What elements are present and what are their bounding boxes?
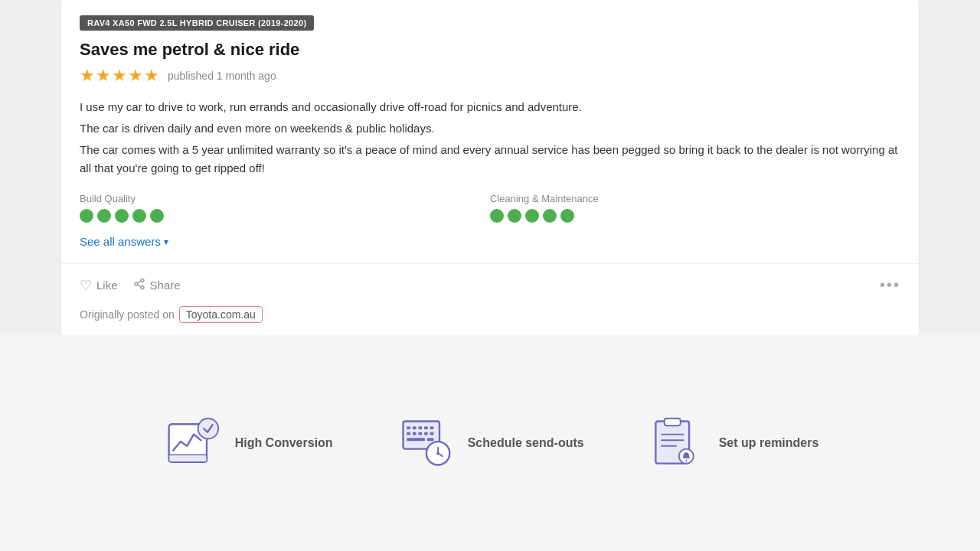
svg-rect-19 bbox=[407, 438, 425, 441]
review-body: I use my car to drive to work, run erran… bbox=[80, 98, 900, 178]
cleaning-dot-2 bbox=[508, 209, 521, 223]
star-rating: ★★★★★ bbox=[80, 66, 160, 86]
svg-rect-7 bbox=[168, 455, 206, 462]
action-row: ♡ Like Share ••• bbox=[80, 273, 900, 297]
like-label: Like bbox=[96, 279, 118, 292]
svg-rect-9 bbox=[407, 426, 410, 429]
set-up-reminders-icon bbox=[645, 412, 707, 474]
action-left: ♡ Like Share bbox=[80, 277, 181, 294]
svg-rect-14 bbox=[407, 432, 410, 435]
heart-icon: ♡ bbox=[80, 277, 92, 294]
review-body-line3: The car comes with a 5 year unlimited wa… bbox=[80, 141, 900, 178]
svg-point-24 bbox=[436, 452, 439, 455]
svg-line-4 bbox=[137, 281, 141, 283]
cleaning-dot-5 bbox=[560, 209, 574, 223]
more-options-icon[interactable]: ••• bbox=[880, 276, 900, 294]
see-all-answers-text: See all answers bbox=[80, 235, 161, 248]
cleaning-dot-3 bbox=[525, 209, 539, 223]
svg-rect-10 bbox=[412, 426, 416, 429]
dot-2 bbox=[97, 209, 111, 223]
svg-rect-13 bbox=[430, 426, 433, 429]
svg-rect-18 bbox=[430, 432, 433, 435]
build-quality-dots bbox=[80, 209, 490, 223]
originally-posted: Originally posted on Toyota.com.au bbox=[80, 306, 900, 323]
svg-rect-26 bbox=[664, 419, 680, 426]
ratings-row: Build Quality Cleaning & Maintenance bbox=[80, 193, 900, 223]
review-body-line2: The car is driven daily and even more on… bbox=[80, 119, 900, 138]
dot-1 bbox=[80, 209, 93, 223]
svg-rect-20 bbox=[426, 438, 433, 441]
chevron-down-icon: ▾ bbox=[164, 236, 168, 247]
originally-posted-text: Originally posted on bbox=[80, 308, 175, 321]
feature-set-up-reminders: Set up reminders bbox=[645, 366, 819, 520]
like-button[interactable]: ♡ Like bbox=[80, 277, 118, 294]
review-card: RAV4 XA50 FWD 2.5L HYBRID CRUISER (2019-… bbox=[61, 0, 919, 335]
svg-rect-11 bbox=[418, 426, 422, 429]
review-body-line1: I use my car to drive to work, run erran… bbox=[80, 98, 900, 116]
svg-rect-16 bbox=[418, 432, 422, 435]
high-conversion-label: High Conversion bbox=[235, 436, 333, 450]
published-date: published 1 month ago bbox=[168, 70, 276, 82]
see-all-answers-link[interactable]: See all answers ▾ bbox=[80, 235, 168, 248]
review-title: Saves me petrol & nice ride bbox=[80, 40, 900, 60]
cleaning-dot-4 bbox=[543, 209, 557, 223]
review-meta: ★★★★★ published 1 month ago bbox=[80, 66, 900, 86]
svg-rect-12 bbox=[424, 426, 428, 429]
svg-line-3 bbox=[137, 285, 141, 287]
source-link[interactable]: Toyota.com.au bbox=[179, 306, 263, 323]
cleaning-dots bbox=[490, 209, 900, 223]
svg-rect-17 bbox=[424, 432, 428, 435]
share-icon bbox=[133, 278, 145, 293]
build-quality-rating: Build Quality bbox=[80, 193, 490, 223]
share-button[interactable]: Share bbox=[133, 278, 181, 293]
schedule-sendouts-label: Schedule send-outs bbox=[468, 436, 584, 450]
cleaning-label: Cleaning & Maintenance bbox=[490, 193, 900, 204]
feature-high-conversion: High Conversion bbox=[162, 366, 333, 520]
cleaning-dot-1 bbox=[490, 209, 504, 223]
cleaning-rating: Cleaning & Maintenance bbox=[490, 193, 900, 223]
vehicle-badge: RAV4 XA50 FWD 2.5L HYBRID CRUISER (2019-… bbox=[80, 15, 314, 31]
svg-point-6 bbox=[198, 419, 218, 439]
dot-5 bbox=[150, 209, 164, 223]
share-label: Share bbox=[150, 279, 181, 292]
feature-schedule-sendouts: Schedule send-outs bbox=[394, 366, 584, 520]
features-footer: High Conversion bbox=[0, 335, 980, 551]
svg-rect-15 bbox=[412, 432, 416, 435]
high-conversion-icon bbox=[162, 412, 223, 474]
divider bbox=[61, 263, 919, 264]
dot-3 bbox=[115, 209, 129, 223]
set-up-reminders-label: Set up reminders bbox=[719, 436, 819, 450]
page-wrapper: RAV4 XA50 FWD 2.5L HYBRID CRUISER (2019-… bbox=[0, 0, 980, 551]
build-quality-label: Build Quality bbox=[80, 193, 490, 204]
dot-4 bbox=[132, 209, 146, 223]
schedule-sendouts-icon bbox=[394, 412, 456, 474]
